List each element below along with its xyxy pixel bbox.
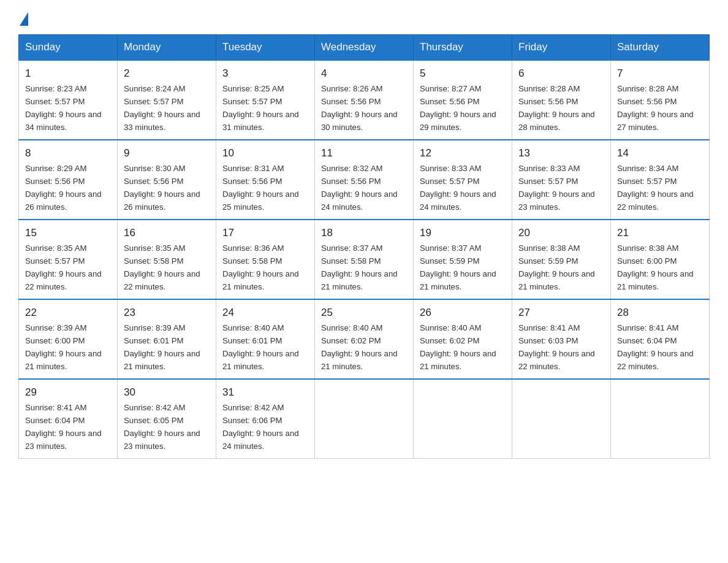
day-number: 14 bbox=[617, 145, 703, 161]
calendar-cell: 3Sunrise: 8:25 AMSunset: 5:57 PMDaylight… bbox=[216, 60, 315, 140]
day-info: Sunrise: 8:37 AMSunset: 5:59 PMDaylight:… bbox=[420, 243, 496, 291]
day-info: Sunrise: 8:24 AMSunset: 5:57 PMDaylight:… bbox=[124, 84, 200, 132]
calendar-cell: 27Sunrise: 8:41 AMSunset: 6:03 PMDayligh… bbox=[512, 299, 611, 379]
calendar-cell: 6Sunrise: 8:28 AMSunset: 5:56 PMDaylight… bbox=[512, 60, 611, 140]
week-row-2: 8Sunrise: 8:29 AMSunset: 5:56 PMDaylight… bbox=[19, 140, 710, 220]
day-info: Sunrise: 8:35 AMSunset: 5:57 PMDaylight:… bbox=[25, 243, 102, 291]
day-info: Sunrise: 8:28 AMSunset: 5:56 PMDaylight:… bbox=[518, 84, 595, 132]
calendar-cell: 1Sunrise: 8:23 AMSunset: 5:57 PMDaylight… bbox=[19, 60, 118, 140]
weekday-header-monday: Monday bbox=[118, 35, 216, 61]
calendar-cell: 7Sunrise: 8:28 AMSunset: 5:56 PMDaylight… bbox=[611, 60, 710, 140]
calendar-cell: 11Sunrise: 8:32 AMSunset: 5:56 PMDayligh… bbox=[315, 140, 414, 220]
day-info: Sunrise: 8:42 AMSunset: 6:05 PMDaylight:… bbox=[124, 403, 200, 451]
weekday-header-tuesday: Tuesday bbox=[216, 35, 315, 61]
week-row-3: 15Sunrise: 8:35 AMSunset: 5:57 PMDayligh… bbox=[19, 220, 710, 299]
logo-triangle-icon bbox=[20, 12, 28, 26]
day-number: 21 bbox=[617, 225, 703, 241]
calendar-cell: 31Sunrise: 8:42 AMSunset: 6:06 PMDayligh… bbox=[216, 379, 315, 459]
day-info: Sunrise: 8:38 AMSunset: 6:00 PMDaylight:… bbox=[617, 243, 694, 291]
day-number: 7 bbox=[617, 66, 703, 82]
calendar-cell: 29Sunrise: 8:41 AMSunset: 6:04 PMDayligh… bbox=[19, 379, 118, 459]
day-number: 13 bbox=[518, 145, 604, 161]
day-number: 5 bbox=[420, 66, 506, 82]
calendar-cell: 9Sunrise: 8:30 AMSunset: 5:56 PMDaylight… bbox=[118, 140, 216, 220]
calendar-cell bbox=[512, 379, 611, 459]
calendar-cell: 15Sunrise: 8:35 AMSunset: 5:57 PMDayligh… bbox=[19, 220, 118, 299]
day-number: 30 bbox=[124, 385, 210, 400]
day-number: 23 bbox=[124, 305, 210, 321]
day-info: Sunrise: 8:40 AMSunset: 6:01 PMDaylight:… bbox=[222, 323, 299, 371]
day-number: 19 bbox=[420, 225, 506, 241]
day-number: 18 bbox=[321, 225, 407, 241]
calendar-cell bbox=[315, 379, 414, 459]
calendar-cell: 20Sunrise: 8:38 AMSunset: 5:59 PMDayligh… bbox=[512, 220, 611, 299]
day-number: 26 bbox=[420, 305, 506, 321]
logo bbox=[18, 12, 29, 23]
calendar-table: SundayMondayTuesdayWednesdayThursdayFrid… bbox=[18, 34, 710, 459]
day-number: 16 bbox=[124, 225, 210, 241]
logo-text bbox=[18, 12, 29, 26]
calendar-cell: 24Sunrise: 8:40 AMSunset: 6:01 PMDayligh… bbox=[216, 299, 315, 379]
day-info: Sunrise: 8:28 AMSunset: 5:56 PMDaylight:… bbox=[617, 84, 694, 132]
calendar-cell: 25Sunrise: 8:40 AMSunset: 6:02 PMDayligh… bbox=[315, 299, 414, 379]
day-number: 28 bbox=[617, 305, 703, 321]
weekday-header-wednesday: Wednesday bbox=[315, 35, 414, 61]
calendar-cell: 2Sunrise: 8:24 AMSunset: 5:57 PMDaylight… bbox=[118, 60, 216, 140]
weekday-header-thursday: Thursday bbox=[414, 35, 512, 61]
calendar-cell: 30Sunrise: 8:42 AMSunset: 6:05 PMDayligh… bbox=[118, 379, 216, 459]
page-header bbox=[18, 12, 710, 23]
week-row-5: 29Sunrise: 8:41 AMSunset: 6:04 PMDayligh… bbox=[19, 379, 710, 459]
day-number: 11 bbox=[321, 145, 407, 161]
day-number: 20 bbox=[518, 225, 604, 241]
day-number: 12 bbox=[420, 145, 506, 161]
day-info: Sunrise: 8:35 AMSunset: 5:58 PMDaylight:… bbox=[124, 243, 200, 291]
calendar-cell: 18Sunrise: 8:37 AMSunset: 5:58 PMDayligh… bbox=[315, 220, 414, 299]
calendar-cell: 8Sunrise: 8:29 AMSunset: 5:56 PMDaylight… bbox=[19, 140, 118, 220]
day-number: 2 bbox=[124, 66, 210, 82]
weekday-header-friday: Friday bbox=[512, 35, 611, 61]
day-number: 6 bbox=[518, 66, 604, 82]
week-row-1: 1Sunrise: 8:23 AMSunset: 5:57 PMDaylight… bbox=[19, 60, 710, 140]
calendar-cell: 12Sunrise: 8:33 AMSunset: 5:57 PMDayligh… bbox=[414, 140, 512, 220]
week-row-4: 22Sunrise: 8:39 AMSunset: 6:00 PMDayligh… bbox=[19, 299, 710, 379]
weekday-header-row: SundayMondayTuesdayWednesdayThursdayFrid… bbox=[19, 35, 710, 61]
calendar-cell: 23Sunrise: 8:39 AMSunset: 6:01 PMDayligh… bbox=[118, 299, 216, 379]
day-number: 10 bbox=[222, 145, 308, 161]
day-info: Sunrise: 8:30 AMSunset: 5:56 PMDaylight:… bbox=[124, 164, 200, 212]
calendar-cell: 13Sunrise: 8:33 AMSunset: 5:57 PMDayligh… bbox=[512, 140, 611, 220]
day-number: 22 bbox=[25, 305, 111, 321]
day-number: 15 bbox=[25, 225, 111, 241]
day-info: Sunrise: 8:32 AMSunset: 5:56 PMDaylight:… bbox=[321, 164, 398, 212]
calendar-cell bbox=[611, 379, 710, 459]
calendar-cell: 4Sunrise: 8:26 AMSunset: 5:56 PMDaylight… bbox=[315, 60, 414, 140]
day-info: Sunrise: 8:41 AMSunset: 6:04 PMDaylight:… bbox=[25, 403, 102, 451]
calendar-cell: 14Sunrise: 8:34 AMSunset: 5:57 PMDayligh… bbox=[611, 140, 710, 220]
calendar-cell: 16Sunrise: 8:35 AMSunset: 5:58 PMDayligh… bbox=[118, 220, 216, 299]
day-info: Sunrise: 8:34 AMSunset: 5:57 PMDaylight:… bbox=[617, 164, 694, 212]
weekday-header-sunday: Sunday bbox=[19, 35, 118, 61]
calendar-cell: 10Sunrise: 8:31 AMSunset: 5:56 PMDayligh… bbox=[216, 140, 315, 220]
day-number: 4 bbox=[321, 66, 407, 82]
day-info: Sunrise: 8:33 AMSunset: 5:57 PMDaylight:… bbox=[420, 164, 496, 212]
day-info: Sunrise: 8:23 AMSunset: 5:57 PMDaylight:… bbox=[25, 84, 102, 132]
day-info: Sunrise: 8:31 AMSunset: 5:56 PMDaylight:… bbox=[222, 164, 299, 212]
day-info: Sunrise: 8:42 AMSunset: 6:06 PMDaylight:… bbox=[222, 403, 299, 451]
day-info: Sunrise: 8:36 AMSunset: 5:58 PMDaylight:… bbox=[222, 243, 299, 291]
day-number: 25 bbox=[321, 305, 407, 321]
day-info: Sunrise: 8:26 AMSunset: 5:56 PMDaylight:… bbox=[321, 84, 398, 132]
weekday-header-saturday: Saturday bbox=[611, 35, 710, 61]
day-info: Sunrise: 8:29 AMSunset: 5:56 PMDaylight:… bbox=[25, 164, 102, 212]
day-info: Sunrise: 8:41 AMSunset: 6:04 PMDaylight:… bbox=[617, 323, 694, 371]
calendar-cell: 28Sunrise: 8:41 AMSunset: 6:04 PMDayligh… bbox=[611, 299, 710, 379]
day-number: 24 bbox=[222, 305, 308, 321]
day-info: Sunrise: 8:37 AMSunset: 5:58 PMDaylight:… bbox=[321, 243, 398, 291]
day-info: Sunrise: 8:39 AMSunset: 6:00 PMDaylight:… bbox=[25, 323, 102, 371]
day-info: Sunrise: 8:40 AMSunset: 6:02 PMDaylight:… bbox=[420, 323, 496, 371]
calendar-cell: 17Sunrise: 8:36 AMSunset: 5:58 PMDayligh… bbox=[216, 220, 315, 299]
day-number: 9 bbox=[124, 145, 210, 161]
calendar-cell: 26Sunrise: 8:40 AMSunset: 6:02 PMDayligh… bbox=[414, 299, 512, 379]
day-info: Sunrise: 8:39 AMSunset: 6:01 PMDaylight:… bbox=[124, 323, 200, 371]
day-number: 17 bbox=[222, 225, 308, 241]
day-number: 8 bbox=[25, 145, 111, 161]
calendar-cell: 21Sunrise: 8:38 AMSunset: 6:00 PMDayligh… bbox=[611, 220, 710, 299]
